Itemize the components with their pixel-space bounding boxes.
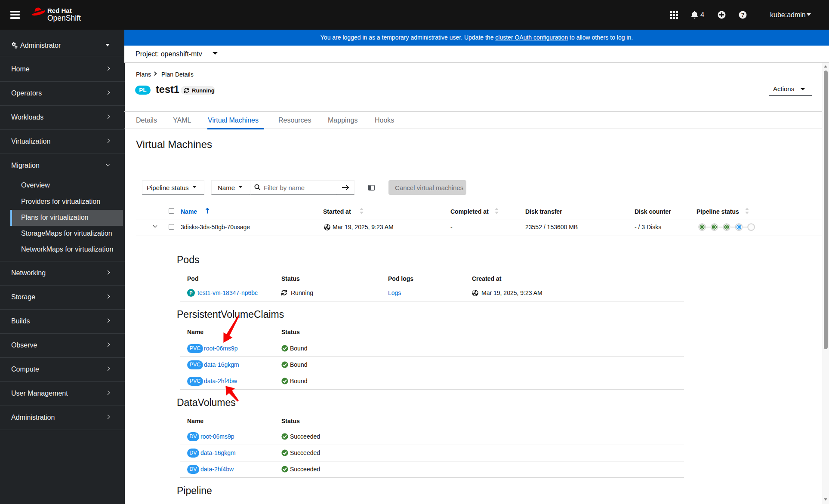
- svg-text:?: ?: [741, 12, 745, 18]
